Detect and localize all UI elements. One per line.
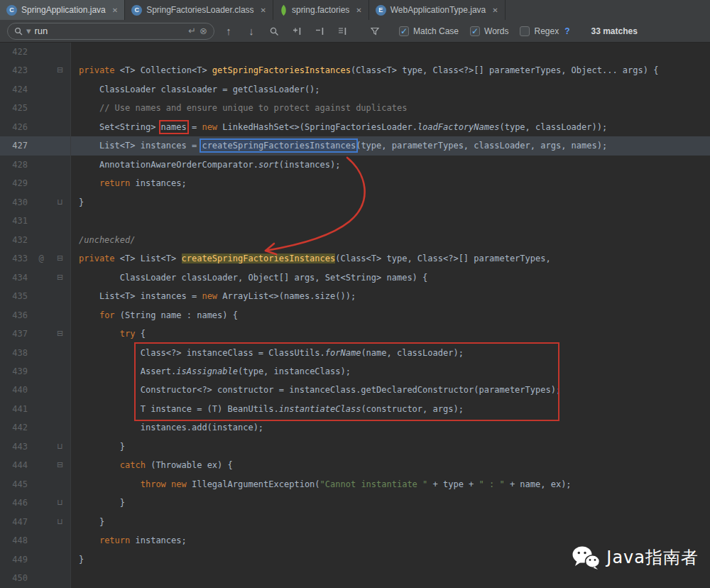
code-line[interactable]: 434⊟ ClassLoader classLoader, Object[] a…	[0, 268, 710, 287]
gutter-annotation	[33, 418, 50, 437]
code-line[interactable]: 443⊔ }	[0, 437, 710, 456]
code-token: (Class<T> type, Class<?>[] parameterType…	[351, 65, 658, 75]
tab-spring-factories[interactable]: spring.factories✕	[273, 0, 369, 20]
code-line[interactable]: 432/unchecked/	[0, 231, 710, 249]
wechat-icon	[572, 545, 600, 570]
close-icon[interactable]: ✕	[261, 6, 266, 14]
fold-marker-icon	[50, 550, 71, 569]
filter-icon[interactable]	[366, 26, 383, 36]
code-line[interactable]: 430⊔}	[0, 193, 710, 212]
gutter-annotation	[33, 381, 50, 399]
fold-marker-icon	[50, 381, 71, 399]
fold-marker-icon	[50, 212, 71, 230]
next-occurrence-icon[interactable]: ↓	[243, 26, 260, 36]
code-line[interactable]: 439 Assert.isAssignable(type, instanceCl…	[0, 362, 710, 381]
code-line[interactable]: 446⊔ }	[0, 494, 710, 512]
gutter-annotation	[33, 531, 50, 550]
regex-help-icon[interactable]: ?	[564, 26, 569, 36]
tab-springapplication-java[interactable]: CSpringApplication.java✕	[0, 0, 125, 20]
clear-search-icon[interactable]: ⊗	[200, 26, 207, 36]
fold-marker-icon[interactable]: ⊟	[50, 249, 71, 268]
fold-marker-icon[interactable]: ⊟	[50, 325, 71, 343]
code-text: instances.add(instance);	[71, 418, 710, 437]
checkbox-icon[interactable]: ✓	[470, 26, 480, 36]
code-line[interactable]: 431	[0, 212, 710, 230]
fold-marker-icon[interactable]: ⊟	[50, 61, 71, 80]
code-line[interactable]: 441 T instance = (T) BeanUtils.instantia…	[0, 400, 710, 418]
code-token: (String name : names) {	[120, 310, 238, 320]
option-regex[interactable]: Regex	[520, 26, 559, 36]
line-number: 449	[0, 550, 33, 569]
code-token: " : "	[479, 479, 505, 489]
fold-marker-icon	[50, 569, 71, 587]
code-text: try {	[71, 325, 710, 343]
class-icon: C	[131, 5, 142, 16]
line-number: 429	[0, 174, 33, 192]
tab-springfactoriesloader-class[interactable]: CSpringFactoriesLoader.class✕	[125, 0, 273, 20]
code-rows: 422423⊟private <T> Collection<T> getSpri…	[0, 43, 710, 588]
search-field[interactable]: ▾ ↵ ⊗	[7, 23, 214, 40]
code-line[interactable]: 436 for (String name : names) {	[0, 306, 710, 325]
code-line[interactable]: 442 instances.add(instance);	[0, 418, 710, 437]
editor[interactable]: 422423⊟private <T> Collection<T> getSpri…	[0, 43, 710, 588]
tab-label: spring.factories	[292, 5, 349, 15]
option-words[interactable]: ✓Words	[470, 26, 508, 36]
watermark-text: Java指南者	[606, 546, 699, 569]
fold-marker-icon	[50, 306, 71, 325]
gutter-annotation	[33, 400, 50, 418]
code-token: }	[120, 498, 125, 508]
tab-webapplicationtype-java[interactable]: EWebApplicationType.java✕	[369, 0, 506, 20]
code-line[interactable]: 428 AnnotationAwareOrderComparator.sort(…	[0, 156, 710, 174]
code-line[interactable]: 438 Class<?> instanceClass = ClassUtils.…	[0, 344, 710, 362]
fold-marker-icon[interactable]: ⊟	[50, 456, 71, 474]
code-line[interactable]: 426 Set<String> names = new LinkedHashSe…	[0, 118, 710, 136]
option-label: Words	[484, 26, 508, 36]
add-occurrence-icon[interactable]	[288, 26, 305, 36]
fold-marker-icon[interactable]: ⊔	[50, 437, 71, 456]
code-text: ClassLoader classLoader = getClassLoader…	[71, 80, 710, 99]
code-line[interactable]: 440 Constructor<?> constructor = instanc…	[0, 381, 710, 399]
code-text: throw new IllegalArgumentException("Cann…	[71, 475, 710, 494]
fold-marker-icon[interactable]: ⊔	[50, 193, 71, 212]
close-icon[interactable]: ✕	[112, 6, 118, 14]
close-icon[interactable]: ✕	[492, 6, 498, 14]
code-line[interactable]: 429 return instances;	[0, 174, 710, 192]
code-line[interactable]: 447⊔ }	[0, 513, 710, 531]
search-icon[interactable]	[14, 27, 23, 36]
code-text: }	[71, 494, 710, 512]
code-line[interactable]: 433@⊟private <T> List<T> createSpringFac…	[0, 249, 710, 268]
line-number: 444	[0, 456, 33, 474]
code-line[interactable]: 427 List<T> instances = createSpringFact…	[0, 136, 710, 155]
code-line[interactable]: 444⊟ catch (Throwable ex) {	[0, 456, 710, 474]
fold-marker-icon[interactable]: ⊔	[50, 494, 71, 512]
gutter-annotation	[33, 494, 50, 512]
checkbox-icon[interactable]	[520, 26, 530, 36]
search-input[interactable]	[35, 26, 185, 36]
code-line[interactable]: 450	[0, 569, 710, 587]
fold-marker-icon	[50, 156, 71, 174]
select-all-occurrences-icon[interactable]	[334, 26, 351, 36]
code-token: Constructor<?> constructor = instanceCla…	[141, 385, 561, 395]
fold-marker-icon[interactable]: ⊔	[50, 513, 71, 531]
code-line[interactable]: 422	[0, 43, 710, 61]
search-history-caret-icon[interactable]: ▾	[26, 26, 31, 36]
checkbox-icon[interactable]: ✓	[399, 26, 409, 36]
code-token: (Class<T> type, Class<?>[] parameterType…	[335, 254, 550, 263]
find-all-icon[interactable]	[266, 26, 283, 36]
gutter-annotation	[33, 80, 50, 99]
fold-marker-icon[interactable]: ⊟	[50, 268, 71, 287]
code-text: catch (Throwable ex) {	[71, 456, 710, 474]
code-token: new	[202, 291, 222, 301]
code-line[interactable]: 445 throw new IllegalArgumentException("…	[0, 475, 710, 494]
code-line[interactable]: 423⊟private <T> Collection<T> getSpringF…	[0, 61, 710, 80]
code-line[interactable]: 424 ClassLoader classLoader = getClassLo…	[0, 80, 710, 99]
code-line[interactable]: 435 List<T> instances = new ArrayList<>(…	[0, 287, 710, 305]
option-match-case[interactable]: ✓Match Case	[399, 26, 459, 36]
close-icon[interactable]: ✕	[356, 6, 361, 14]
code-line[interactable]: 437⊟ try {	[0, 325, 710, 343]
previous-occurrence-icon[interactable]: ↑	[220, 26, 237, 36]
newline-icon[interactable]: ↵	[188, 26, 196, 36]
remove-occurrence-icon[interactable]	[311, 26, 328, 36]
code-line[interactable]: 425 // Use names and ensure unique to pr…	[0, 99, 710, 117]
code-token: Assert.	[141, 366, 177, 376]
